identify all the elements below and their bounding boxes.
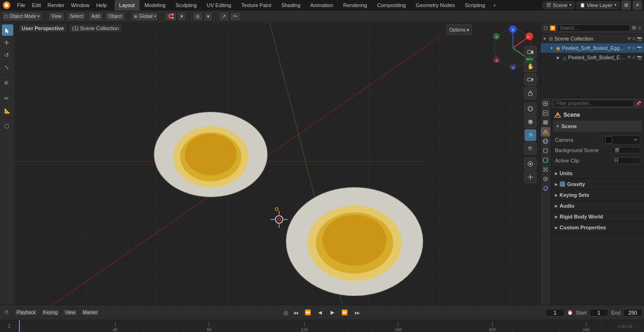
units-section-toggle[interactable]: ▶ Units: [551, 168, 644, 178]
tool-cursor[interactable]: [2, 24, 13, 36]
3d-viewport[interactable]: User Perspective (1) Scene Collection Op…: [15, 23, 540, 305]
prop-icon-object[interactable]: [541, 146, 550, 155]
camera-edit-icon[interactable]: ✏: [634, 138, 638, 142]
menu-help[interactable]: Help: [93, 1, 110, 9]
prev-keyframe-btn[interactable]: ⏪: [303, 308, 313, 317]
tool-rotate[interactable]: ↺: [2, 49, 13, 60]
scene-selector[interactable]: 🎬 Scene ▾: [543, 1, 575, 9]
custom-props-toggle[interactable]: ▶ Custom Properties: [551, 222, 644, 233]
prop-icon-view-layer[interactable]: [541, 118, 550, 127]
active-clip-value[interactable]: 🎞: [612, 157, 640, 164]
outliner-egg-render-icon[interactable]: 📷: [637, 46, 642, 50]
gravity-section-toggle[interactable]: ▶ Gravity: [551, 179, 644, 189]
menu-file[interactable]: File: [14, 1, 28, 9]
keying-sets-toggle[interactable]: ▶ Keying Sets: [551, 190, 644, 200]
scene-section-toggle[interactable]: ▼ Scene: [553, 121, 642, 132]
render-mode-btn[interactable]: [524, 142, 537, 154]
add-menu-btn[interactable]: Add: [88, 12, 103, 21]
audio-toggle[interactable]: ▶ Audio: [551, 201, 644, 211]
next-keyframe-btn[interactable]: ⏩: [340, 308, 349, 317]
outliner-expand-egg[interactable]: ▼: [550, 46, 554, 50]
gizmo-toggle-btn[interactable]: [524, 171, 537, 183]
menu-edit[interactable]: Edit: [29, 1, 44, 9]
prop-icon-physics[interactable]: [541, 174, 550, 184]
wireframe-mode-btn[interactable]: [524, 103, 537, 115]
menu-render[interactable]: Render: [45, 1, 67, 9]
outliner-filter-btn[interactable]: ▿: [638, 25, 641, 31]
hand-btn[interactable]: ✋: [524, 60, 537, 72]
outliner-mesh-eye-icon[interactable]: 👁: [627, 55, 631, 60]
transform-origin-selector[interactable]: ⊕ Global ▾: [132, 12, 158, 21]
tab-modeling[interactable]: Modeling: [140, 0, 171, 10]
start-frame-input[interactable]: [589, 309, 608, 316]
proportional-btn[interactable]: ◎: [192, 12, 203, 21]
outliner-render-icon[interactable]: 📷: [637, 36, 642, 41]
tool-measure[interactable]: 📐: [2, 105, 13, 116]
editor-type-selector[interactable]: ⬡ Object Mode ▾: [2, 12, 42, 21]
rigid-body-toggle[interactable]: ▶ Rigid Body World: [551, 211, 644, 222]
outliner-mesh-render-icon[interactable]: 📷: [637, 55, 642, 60]
view-menu-timeline[interactable]: View: [63, 309, 78, 316]
snap-settings[interactable]: ▾: [177, 12, 186, 21]
properties-filter-input[interactable]: [554, 100, 634, 107]
close-btn[interactable]: ✕: [633, 0, 642, 10]
tab-sculpting[interactable]: Sculpting: [171, 0, 201, 10]
tab-rendering[interactable]: Rendering: [339, 0, 372, 10]
solid-mode-btn[interactable]: [524, 116, 537, 128]
prop-icon-constraints[interactable]: [541, 184, 550, 193]
tab-shading[interactable]: Shading: [277, 0, 305, 10]
menu-window[interactable]: Window: [68, 1, 92, 9]
prop-icon-scene[interactable]: [541, 127, 550, 137]
tab-texture-paint[interactable]: Texture Paint: [236, 0, 276, 10]
prop-icon-world[interactable]: [541, 137, 550, 146]
outliner-item-egg-collection[interactable]: ▼ ◉ Peeled_Soft_Boiled_Egg_Halv 👁 ⊙ 📷: [541, 43, 644, 53]
jump-end-btn[interactable]: ⏭: [352, 308, 362, 317]
add-workspace-tab[interactable]: +: [490, 1, 499, 9]
marker-menu[interactable]: Marker: [81, 309, 100, 316]
lock-btn[interactable]: [524, 87, 537, 99]
viewport-collection-label[interactable]: (1) Scene Collection: [69, 24, 122, 32]
select-menu-btn[interactable]: Select: [66, 12, 86, 21]
camera-view-btn[interactable]: [524, 46, 537, 58]
tool-transform[interactable]: ⊞: [2, 77, 13, 88]
tab-geometry-nodes[interactable]: Geometry Nodes: [411, 0, 460, 10]
camera-value[interactable]: ✏: [603, 135, 640, 145]
play-reverse-btn[interactable]: ◀: [315, 308, 325, 317]
outliner-item-scene-collection[interactable]: ▼ ⊞ Scene Collection 👁 ⊙ 📷: [541, 34, 644, 43]
snap-toggle[interactable]: 🧲: [165, 12, 177, 21]
viewport-perspective-label[interactable]: User Perspective: [19, 24, 66, 32]
outliner-search[interactable]: [557, 24, 630, 32]
outliner-expand-mesh[interactable]: ▶: [557, 56, 561, 60]
outliner-cursor-icon[interactable]: ⊙: [632, 36, 636, 41]
material-mode-btn[interactable]: [524, 129, 537, 141]
camera-icon-btn[interactable]: [524, 73, 537, 86]
prop-icon-particles[interactable]: [541, 165, 550, 174]
proportional-edit[interactable]: ◎ ▾: [192, 12, 213, 21]
outliner-item-egg-mesh[interactable]: ▶ △ Peeled_Soft_Boiled_Egg_... 👁 ⊙ 📷: [541, 53, 644, 62]
outliner-mesh-select-icon[interactable]: ⊙: [632, 55, 636, 60]
tool-move[interactable]: ✛: [2, 37, 13, 48]
view-layer-selector[interactable]: 📋 View Layer ▾: [577, 1, 619, 9]
tab-layout[interactable]: Layout: [115, 0, 140, 10]
prop-icon-render[interactable]: [541, 99, 550, 108]
curve-btn-1[interactable]: ↗: [219, 12, 229, 21]
tab-scripting[interactable]: Scripting: [460, 0, 490, 10]
outliner-eye-icon[interactable]: 👁: [627, 36, 631, 41]
properties-pin-icon[interactable]: 📌: [636, 101, 641, 106]
render-icon-btn[interactable]: ⊞: [621, 0, 631, 10]
proportional-dropdown[interactable]: ▾: [204, 12, 213, 21]
tool-add[interactable]: ⬡: [2, 120, 13, 131]
view-menu-btn[interactable]: View: [48, 12, 65, 21]
tab-uv-editing[interactable]: UV Editing: [202, 0, 236, 10]
overlay-toggle-btn[interactable]: [524, 158, 537, 170]
outliner-egg-select-icon[interactable]: ⊙: [632, 46, 636, 50]
play-btn[interactable]: ▶: [328, 308, 337, 317]
jump-start-btn[interactable]: ⏮: [291, 308, 300, 317]
background-scene-value[interactable]: 🎬: [612, 147, 640, 154]
gravity-checkbox[interactable]: [560, 181, 565, 187]
tab-animation[interactable]: Animation: [305, 0, 338, 10]
current-frame-input[interactable]: [545, 309, 564, 316]
end-frame-input[interactable]: [623, 309, 642, 316]
tool-scale[interactable]: ⤡: [2, 61, 13, 73]
outliner-options-icon[interactable]: ⚙: [632, 25, 636, 31]
